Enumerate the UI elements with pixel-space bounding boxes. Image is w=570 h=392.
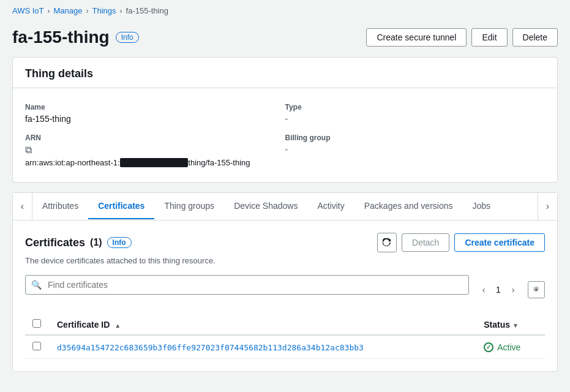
row-checkbox[interactable] bbox=[32, 342, 41, 350]
copy-icon[interactable]: ⧉ bbox=[25, 145, 285, 156]
breadcrumb-current: fa-155-thing bbox=[126, 6, 168, 15]
status-check-icon: ✓ bbox=[486, 344, 491, 350]
type-value: - bbox=[285, 114, 546, 124]
table-settings-button[interactable] bbox=[528, 281, 545, 298]
detach-button[interactable]: Detach bbox=[402, 233, 449, 252]
pagination: ‹ 1 › bbox=[476, 282, 520, 297]
table-header-status[interactable]: Status ▼ bbox=[476, 314, 545, 335]
section-header: Certificates (1) Info Detach Create cert… bbox=[25, 233, 545, 252]
tab-device-shadows[interactable]: Device Shadows bbox=[224, 194, 307, 219]
sort-icon: ▲ bbox=[114, 322, 121, 329]
refresh-icon bbox=[383, 238, 391, 247]
status-col-label: Status bbox=[484, 320, 510, 330]
table-header-checkbox bbox=[25, 314, 50, 335]
type-detail: Type - bbox=[285, 98, 546, 129]
section-actions: Detach Create certificate bbox=[377, 233, 545, 252]
section-description: The device certificates attached to this… bbox=[25, 256, 545, 265]
billing-group-label: Billing group bbox=[285, 134, 546, 142]
search-box: 🔍 bbox=[25, 275, 469, 295]
name-detail: Name fa-155-thing bbox=[25, 98, 285, 129]
breadcrumb-aws-iot[interactable]: AWS IoT bbox=[12, 6, 44, 15]
certificates-count: (1) bbox=[90, 237, 102, 248]
thing-details-title: Thing details bbox=[13, 58, 557, 88]
page-number: 1 bbox=[493, 285, 503, 295]
select-all-checkbox[interactable] bbox=[32, 319, 41, 328]
billing-group-detail: Billing group - bbox=[285, 129, 546, 172]
tab-packages-versions[interactable]: Packages and versions bbox=[354, 194, 463, 219]
table-row: d35694a154722c683659b3f06ffe927023f07445… bbox=[25, 335, 545, 359]
certificates-label: Certificates bbox=[25, 236, 85, 249]
status-label: Active bbox=[497, 342, 520, 352]
page-title: fa-155-thing bbox=[12, 28, 110, 47]
breadcrumb: AWS IoT › Manage › Things › fa-155-thing bbox=[0, 0, 570, 21]
arn-suffix: thing/fa-155-thing bbox=[188, 158, 250, 167]
breadcrumb-things[interactable]: Things bbox=[92, 6, 116, 15]
header-actions: Create secure tunnel Edit Delete bbox=[366, 28, 558, 47]
breadcrumb-sep-2: › bbox=[86, 7, 89, 15]
refresh-button[interactable] bbox=[377, 233, 397, 252]
name-label: Name bbox=[25, 103, 285, 111]
tab-thing-groups[interactable]: Thing groups bbox=[154, 194, 224, 219]
tab-nav-left[interactable]: ‹ bbox=[13, 193, 32, 220]
settings-icon bbox=[532, 285, 541, 294]
next-page-button[interactable]: › bbox=[506, 282, 520, 297]
tab-attributes[interactable]: Attributes bbox=[32, 194, 88, 219]
search-icon: 🔍 bbox=[31, 280, 42, 290]
arn-redacted: XXXXXXXXXXXX: bbox=[120, 158, 189, 167]
create-tunnel-button[interactable]: Create secure tunnel bbox=[366, 28, 467, 47]
tab-nav-right[interactable]: › bbox=[538, 193, 557, 220]
status-badge: ✓ Active bbox=[484, 342, 538, 352]
breadcrumb-manage[interactable]: Manage bbox=[54, 6, 83, 15]
tab-jobs[interactable]: Jobs bbox=[463, 194, 501, 219]
tab-activity[interactable]: Activity bbox=[307, 194, 354, 219]
section-title: Certificates (1) Info bbox=[25, 236, 132, 249]
certificates-section: Certificates (1) Info Detach Create cert… bbox=[13, 221, 557, 371]
billing-group-value: - bbox=[285, 145, 546, 154]
arn-area: ⧉ arn:aws:iot:ap-northeast-1:XXXXXXXXXXX… bbox=[25, 145, 285, 167]
create-certificate-button[interactable]: Create certificate bbox=[454, 233, 545, 252]
prev-page-button[interactable]: ‹ bbox=[476, 282, 491, 297]
table-header-cert-id[interactable]: Certificate ID ▲ bbox=[50, 314, 476, 335]
certificate-link[interactable]: d35694a154722c683659b3f06ffe927023f07445… bbox=[57, 343, 364, 352]
type-label: Type bbox=[285, 103, 546, 111]
info-badge-title[interactable]: Info bbox=[116, 32, 139, 43]
thing-details-card: Thing details Name fa-155-thing Type - A… bbox=[12, 57, 558, 183]
info-badge-certs[interactable]: Info bbox=[107, 237, 132, 248]
page-title-area: fa-155-thing Info bbox=[12, 28, 139, 47]
cert-id-cell: d35694a154722c683659b3f06ffe927023f07445… bbox=[50, 335, 476, 359]
details-grid: Name fa-155-thing Type - ARN ⧉ arn:aws:i… bbox=[13, 88, 557, 182]
tabs-container: ‹ Attributes Certificates Thing groups D… bbox=[12, 192, 558, 372]
breadcrumb-sep-1: › bbox=[48, 7, 50, 15]
tab-certificates[interactable]: Certificates bbox=[88, 194, 154, 219]
delete-button[interactable]: Delete bbox=[512, 28, 558, 47]
status-dot: ✓ bbox=[484, 342, 493, 352]
tabs-bar: ‹ Attributes Certificates Thing groups D… bbox=[13, 193, 557, 221]
search-input[interactable] bbox=[25, 275, 469, 295]
breadcrumb-sep-3: › bbox=[120, 7, 122, 15]
arn-text: arn:aws:iot:ap-northeast-1:XXXXXXXXXXXX:… bbox=[25, 158, 285, 167]
arn-prefix: arn:aws:iot:ap-northeast-1: bbox=[25, 158, 120, 167]
name-value: fa-155-thing bbox=[25, 114, 285, 124]
tabs-list: Attributes Certificates Thing groups Dev… bbox=[32, 194, 538, 219]
sort-down-icon: ▼ bbox=[512, 322, 519, 329]
status-cell: ✓ Active bbox=[476, 335, 545, 359]
row-checkbox-cell bbox=[25, 335, 50, 359]
arn-label: ARN bbox=[25, 134, 285, 142]
certificates-table: Certificate ID ▲ Status ▼ d35694a154722c… bbox=[25, 314, 545, 359]
edit-button[interactable]: Edit bbox=[471, 28, 507, 47]
arn-detail: ARN ⧉ arn:aws:iot:ap-northeast-1:XXXXXXX… bbox=[25, 129, 285, 172]
cert-id-col-label: Certificate ID bbox=[57, 320, 110, 330]
page-header: fa-155-thing Info Create secure tunnel E… bbox=[0, 21, 570, 57]
